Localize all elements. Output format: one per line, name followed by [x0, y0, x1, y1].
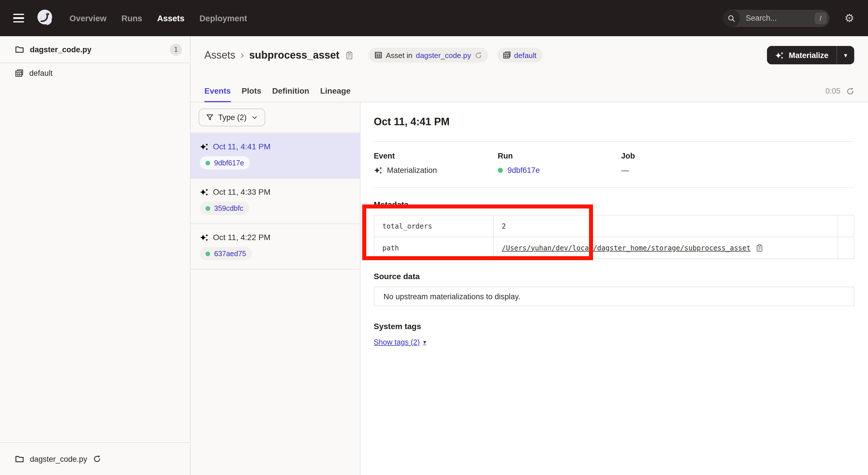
event-summary: Event Materialization Run 9dbf617e [374, 152, 854, 175]
sidebar-item-default-group[interactable]: default [0, 63, 190, 83]
filter-bar: Type (2) [191, 102, 360, 133]
filter-funnel-icon [206, 114, 214, 121]
run-id-tag[interactable]: 359cdbfc [200, 202, 249, 215]
hamburger-menu-icon[interactable] [13, 14, 24, 23]
run-id: 637aed75 [214, 249, 246, 258]
topbar-right: / ⚙ [723, 9, 854, 27]
job-empty-value: — [621, 166, 629, 175]
breadcrumb-assets-link[interactable]: Assets [205, 49, 236, 61]
materialization-sparkle-icon [200, 187, 208, 196]
metadata-table: total_orders 2 path /Users/yuhan/dev/loc… [374, 215, 854, 259]
tab-lineage[interactable]: Lineage [320, 86, 350, 102]
table-row: path /Users/yuhan/dev/local/dagster_home… [374, 237, 854, 259]
event-timestamp: Oct 11, 4:33 PM [213, 187, 270, 197]
run-status-dot [206, 251, 210, 256]
source-data-empty-state: No upstream materializations to display. [374, 287, 854, 306]
search-icon [723, 9, 740, 27]
tab-events[interactable]: Events [205, 86, 231, 102]
type-filter-label: Type (2) [218, 113, 247, 122]
copy-asset-name-icon[interactable] [345, 51, 353, 59]
run-id-tag[interactable]: 637aed75 [200, 247, 252, 260]
refresh-icon[interactable] [474, 51, 482, 59]
event-type-value: Materialization [387, 166, 437, 175]
run-id: 359cdbfc [214, 204, 243, 212]
materialization-sparkle-icon [200, 142, 208, 151]
event-list-item[interactable]: Oct 11, 4:22 PM 637aed75 [191, 224, 360, 269]
event-list-item[interactable]: Oct 11, 4:33 PM 359cdbfc [191, 179, 360, 224]
search-shortcut-key: / [815, 12, 827, 24]
metadata-key: total_orders [374, 215, 493, 237]
nav-assets[interactable]: Assets [157, 13, 185, 23]
folder-icon [15, 454, 24, 464]
asset-group-tag[interactable]: default [497, 48, 542, 63]
page-title: subprocess_asset [249, 49, 339, 61]
asset-count-badge: 1 [170, 43, 182, 55]
default-group-label: default [29, 69, 53, 78]
sidebar-footer-code-location[interactable]: dagster_code.py [0, 442, 190, 475]
nav-deployment[interactable]: Deployment [199, 13, 247, 23]
footer-code-location-label: dagster_code.py [30, 455, 87, 463]
run-id-link[interactable]: 9dbf617e [507, 166, 540, 175]
dagster-logo-icon[interactable] [34, 7, 56, 29]
job-column-label: Job [621, 152, 854, 160]
system-tags-heading: System tags [374, 322, 854, 331]
asset-in-code-location-tag[interactable]: Asset in dagster_code.py [369, 48, 488, 63]
tag-code-file-link[interactable]: dagster_code.py [416, 51, 471, 59]
sidebar-item-code-file[interactable]: dagster_code.py 1 [0, 36, 190, 63]
metadata-heading: Metadata [374, 200, 854, 209]
tab-definition[interactable]: Definition [272, 86, 309, 102]
event-timestamp: Oct 11, 4:22 PM [213, 233, 270, 242]
materialize-label: Materialize [789, 51, 828, 59]
main-area: Assets › subprocess_asset Asset in dagst… [191, 36, 868, 475]
breadcrumb-separator: › [241, 49, 244, 61]
page-header: Assets › subprocess_asset Asset in dagst… [191, 36, 868, 64]
metadata-value: 2 [493, 215, 838, 237]
tag-default-group-link[interactable]: default [514, 51, 536, 59]
topbar: Overview Runs Assets Deployment / ⚙ [0, 0, 868, 36]
folder-icon [15, 45, 24, 54]
run-column-label: Run [498, 152, 621, 160]
source-data-heading: Source data [374, 272, 854, 281]
materialization-sparkle-icon [200, 233, 208, 241]
show-tags-toggle[interactable]: Show tags (2) ▾ [374, 338, 426, 346]
refresh-countdown: 0:05 [825, 87, 840, 95]
chevron-down-icon [251, 114, 257, 121]
materialization-sparkle-icon [374, 166, 382, 175]
refresh-icon[interactable] [846, 87, 854, 95]
top-nav: Overview Runs Assets Deployment [69, 13, 247, 23]
tag-prefix: Asset in [386, 51, 412, 59]
run-status-dot [206, 206, 210, 210]
nav-runs[interactable]: Runs [121, 13, 143, 23]
nav-overview[interactable]: Overview [69, 13, 106, 23]
caret-down-icon: ▾ [423, 339, 426, 345]
event-detail-panel: Oct 11, 4:41 PM Event Materialization Ru… [361, 102, 868, 475]
tab-plots[interactable]: Plots [242, 86, 261, 102]
materialize-dropdown-caret-icon[interactable]: ▾ [837, 46, 854, 64]
source-data-empty-message: No upstream materializations to display. [383, 292, 520, 301]
show-tags-label: Show tags (2) [374, 338, 420, 346]
code-file-label: dagster_code.py [30, 45, 164, 54]
asset-group-icon [15, 69, 24, 78]
metadata-path-link[interactable]: /Users/yuhan/dev/local/dagster_home/stor… [502, 244, 751, 252]
run-status-dot [498, 168, 503, 173]
events-list-panel: Type (2) Oct 11, 4:41 PM [191, 102, 361, 475]
search-input[interactable] [745, 13, 815, 23]
event-list-item[interactable]: Oct 11, 4:41 PM 9dbf617e [191, 133, 360, 179]
metadata-key: path [374, 237, 493, 259]
asset-group-icon [503, 51, 510, 59]
breadcrumb: Assets › subprocess_asset Asset in dagst… [205, 46, 854, 64]
copy-path-icon[interactable] [756, 244, 764, 252]
materialize-button[interactable]: Materialize ▾ [767, 46, 854, 64]
event-column-label: Event [374, 152, 498, 160]
run-id: 9dbf617e [214, 159, 244, 167]
tabs-bar: Events Plots Definition Lineage 0:05 [191, 75, 868, 102]
gear-icon[interactable]: ⚙ [844, 12, 854, 24]
table-icon [374, 51, 382, 59]
type-filter-button[interactable]: Type (2) [198, 109, 265, 126]
run-id-tag[interactable]: 9dbf617e [200, 156, 250, 170]
run-status-dot [206, 160, 210, 165]
reload-location-icon[interactable] [93, 455, 101, 463]
search-bar[interactable]: / [723, 9, 830, 27]
event-detail-title: Oct 11, 4:41 PM [374, 116, 854, 128]
event-timestamp: Oct 11, 4:41 PM [213, 142, 270, 151]
